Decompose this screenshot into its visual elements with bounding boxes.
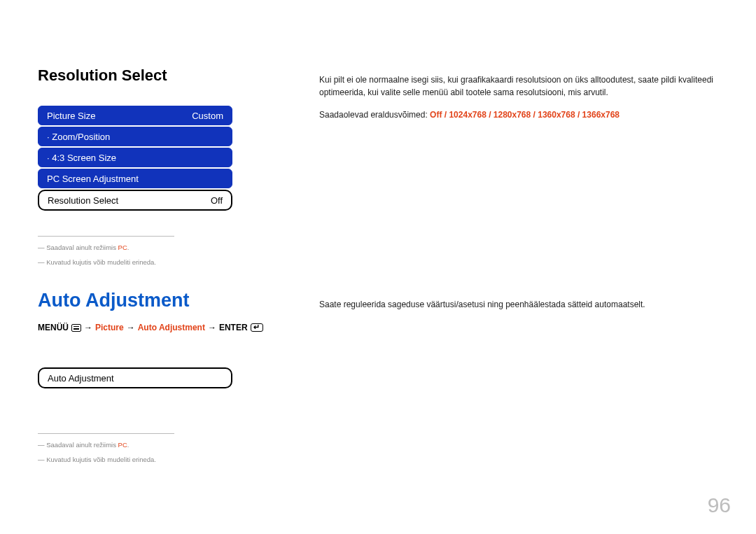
footnote-image-vary-2: ― Kuvatud kujutis võib mudeliti erineda.: [38, 456, 272, 463]
footnote-red: PC: [118, 441, 127, 449]
section-title-resolution: Resolution Select: [38, 66, 272, 85]
desc-values-highlight: Off / 1024x768 / 1280x768 / 1360x768 / 1…: [430, 110, 620, 120]
footnote-red: PC: [118, 244, 127, 251]
divider: [38, 236, 174, 237]
footnote-pc-mode-2: ― Saadaval ainult režiimis PC.: [38, 441, 272, 449]
footnote-text: .: [127, 441, 130, 449]
page-number: 96: [708, 493, 731, 517]
crumb-menu: MENÜÜ: [38, 323, 69, 332]
menu-label: Auto Adjustment: [48, 373, 223, 384]
desc-prefix: Saadaolevad eraldusvõimed:: [319, 110, 430, 120]
desc-auto-adjustment: Saate reguleerida sageduse väärtusi/aset…: [319, 298, 718, 311]
footnote-text: ― Saadaval ainult režiimis: [38, 441, 118, 449]
desc-resolution-2: Saadaolevad eraldusvõimed: Off / 1024x76…: [319, 108, 718, 121]
enter-icon: [251, 323, 263, 332]
menu-row-zoom-position[interactable]: · Zoom/Position: [38, 127, 232, 146]
menu-row-picture-size[interactable]: Picture Size Custom: [38, 106, 232, 125]
section-title-auto-adjustment: Auto Adjustment: [38, 290, 272, 311]
footnote-pc-mode-1: ― Saadaval ainult režiimis PC.: [38, 244, 272, 251]
menu-row-auto-adjustment[interactable]: Auto Adjustment: [38, 367, 232, 388]
osd-menu-resolution: Picture Size Custom · Zoom/Position · 4:…: [38, 106, 232, 211]
menu-label: PC Screen Adjustment: [47, 174, 223, 184]
menu-row-43-screen-size[interactable]: · 4:3 Screen Size: [38, 148, 232, 167]
crumb-auto-adjustment: Auto Adjustment: [138, 323, 205, 332]
menu-row-resolution-select[interactable]: Resolution Select Off: [38, 190, 232, 211]
menu-value: Off: [211, 195, 223, 206]
breadcrumb: MENÜÜ → Picture → Auto Adjustment → ENTE…: [38, 323, 272, 332]
menu-label: Resolution Select: [48, 195, 211, 206]
crumb-enter: ENTER: [219, 323, 248, 332]
arrow-icon: →: [127, 323, 135, 332]
desc-resolution-1: Kui pilt ei ole normaalne isegi siis, ku…: [319, 73, 718, 99]
footnote-text: .: [127, 244, 130, 251]
menu-label: · 4:3 Screen Size: [47, 153, 223, 163]
menu-row-pc-screen-adjustment[interactable]: PC Screen Adjustment: [38, 169, 232, 188]
crumb-picture: Picture: [95, 323, 124, 332]
divider: [38, 433, 174, 434]
menu-label: · Zoom/Position: [47, 132, 223, 142]
menu-label: Picture Size: [47, 111, 192, 121]
menu-value: Custom: [192, 111, 223, 121]
arrow-icon: →: [208, 323, 216, 332]
footnote-image-vary-1: ― Kuvatud kujutis võib mudeliti erineda.: [38, 258, 272, 266]
osd-menu-auto-adjustment: Auto Adjustment: [38, 367, 232, 388]
arrow-icon: →: [84, 323, 92, 332]
footnote-text: ― Saadaval ainult režiimis: [38, 244, 118, 251]
menu-icon: [71, 324, 81, 332]
